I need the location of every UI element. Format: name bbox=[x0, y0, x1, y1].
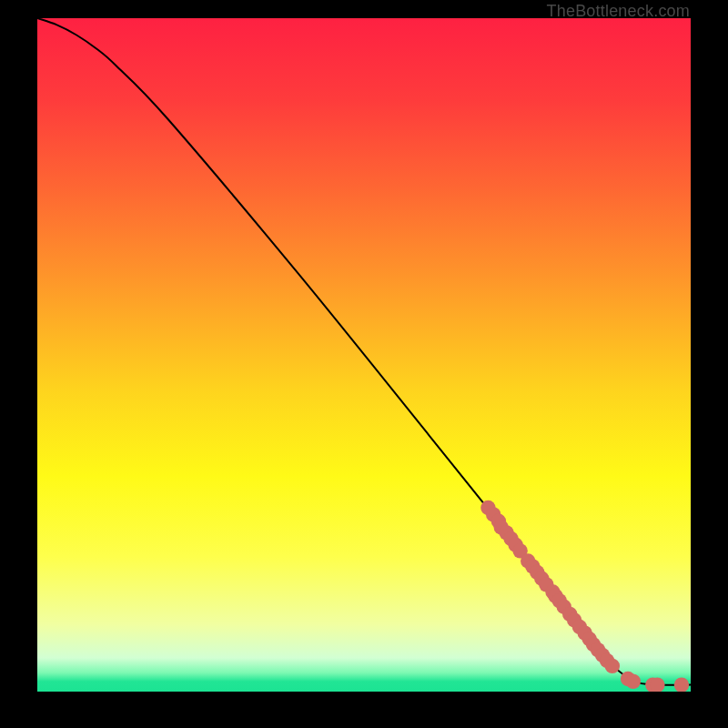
data-marker bbox=[626, 674, 641, 689]
chart-svg bbox=[37, 18, 691, 692]
data-marker bbox=[605, 659, 620, 673]
chart-frame bbox=[37, 18, 691, 692]
